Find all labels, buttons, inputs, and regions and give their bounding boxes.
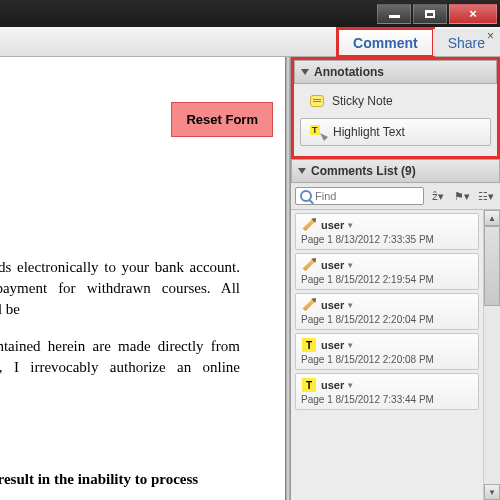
comment-item[interactable]: Tuser▼Page 1 8/15/2012 2:20:08 PM xyxy=(295,333,479,370)
chevron-down-icon[interactable]: ▼ xyxy=(346,381,354,390)
comment-item[interactable]: user▼Page 1 8/15/2012 2:19:54 PM xyxy=(295,253,479,290)
comments-list-header[interactable]: Comments List (9) xyxy=(291,159,500,183)
options-button[interactable]: ☷▾ xyxy=(476,187,496,205)
chevron-down-icon[interactable]: ▼ xyxy=(346,341,354,350)
chevron-down-icon[interactable]: ▼ xyxy=(346,221,354,230)
chevron-down-icon[interactable]: ▼ xyxy=(346,301,354,310)
window-close-button[interactable]: × xyxy=(449,4,497,24)
comment-item[interactable]: user▼Page 1 8/15/2012 2:20:04 PM xyxy=(295,293,479,330)
search-icon xyxy=(300,190,312,202)
comments-list-title: Comments List (9) xyxy=(311,164,416,178)
collapse-icon xyxy=(298,168,306,174)
drawing-comment-icon xyxy=(301,298,317,312)
chevron-down-icon[interactable]: ▼ xyxy=(346,261,354,270)
comment-user: user xyxy=(321,299,344,311)
annotations-title: Annotations xyxy=(314,65,384,79)
document-viewport[interactable]: Reset Form T) gfer of funds electronical… xyxy=(0,57,286,500)
tool-highlight-text[interactable]: Highlight Text xyxy=(300,118,491,146)
comment-item[interactable]: user▼Page 1 8/13/2012 7:33:35 PM xyxy=(295,213,479,250)
tool-label: Sticky Note xyxy=(332,94,393,108)
comment-item[interactable]: Tuser▼Page 1 8/15/2012 7:33:44 PM xyxy=(295,373,479,410)
comment-meta: Page 1 8/13/2012 7:33:35 PM xyxy=(301,234,473,245)
doc-paragraph-bold: ation may result in the inability to pro… xyxy=(0,469,240,490)
comments-container: user▼Page 1 8/13/2012 7:33:35 PMuser▼Pag… xyxy=(291,210,483,500)
sort-button[interactable]: ẑ▾ xyxy=(428,187,448,205)
tool-label: Highlight Text xyxy=(333,125,405,139)
comment-user: user xyxy=(321,339,344,351)
doc-paragraph: refunds contained herein are made direct… xyxy=(0,336,240,399)
scrollbar[interactable]: ▲ ▼ xyxy=(483,210,500,500)
doc-paragraph: gfer of funds electronically to your ban… xyxy=(0,257,240,320)
sticky-note-icon xyxy=(308,93,326,109)
filter-button[interactable]: ⚑▾ xyxy=(452,187,472,205)
comment-user: user xyxy=(321,219,344,231)
tool-sticky-note[interactable]: Sticky Note xyxy=(300,88,491,114)
drawing-comment-icon xyxy=(301,218,317,232)
scroll-up-button[interactable]: ▲ xyxy=(484,210,500,226)
highlight-comment-icon: T xyxy=(301,338,317,352)
tab-comment[interactable]: Comment xyxy=(338,29,433,56)
scroll-thumb[interactable] xyxy=(484,226,500,306)
window-titlebar: × xyxy=(0,0,500,27)
panel-close-icon[interactable]: × xyxy=(487,29,494,43)
comment-meta: Page 1 8/15/2012 2:20:04 PM xyxy=(301,314,473,325)
comment-sidebar: Annotations Sticky Note Highlight Text C… xyxy=(290,57,500,500)
window-minimize-button[interactable] xyxy=(377,4,411,24)
comment-meta: Page 1 8/15/2012 2:20:08 PM xyxy=(301,354,473,365)
highlight-icon xyxy=(309,124,327,140)
scroll-down-button[interactable]: ▼ xyxy=(484,484,500,500)
comment-meta: Page 1 8/15/2012 2:19:54 PM xyxy=(301,274,473,285)
find-input[interactable] xyxy=(315,190,419,202)
comments-list-toolbar: ẑ▾ ⚑▾ ☷▾ xyxy=(291,183,500,210)
window-maximize-button[interactable] xyxy=(413,4,447,24)
comment-meta: Page 1 8/15/2012 7:33:44 PM xyxy=(301,394,473,405)
comment-user: user xyxy=(321,379,344,391)
comment-user: user xyxy=(321,259,344,271)
find-box[interactable] xyxy=(295,187,424,205)
collapse-icon xyxy=(301,69,309,75)
doc-heading-fragment: T) xyxy=(0,157,240,177)
highlight-comment-icon: T xyxy=(301,378,317,392)
annotations-header[interactable]: Annotations xyxy=(294,60,497,84)
top-toolbar: × Comment Share xyxy=(0,27,500,57)
drawing-comment-icon xyxy=(301,258,317,272)
annotations-panel: Annotations Sticky Note Highlight Text xyxy=(291,57,500,159)
